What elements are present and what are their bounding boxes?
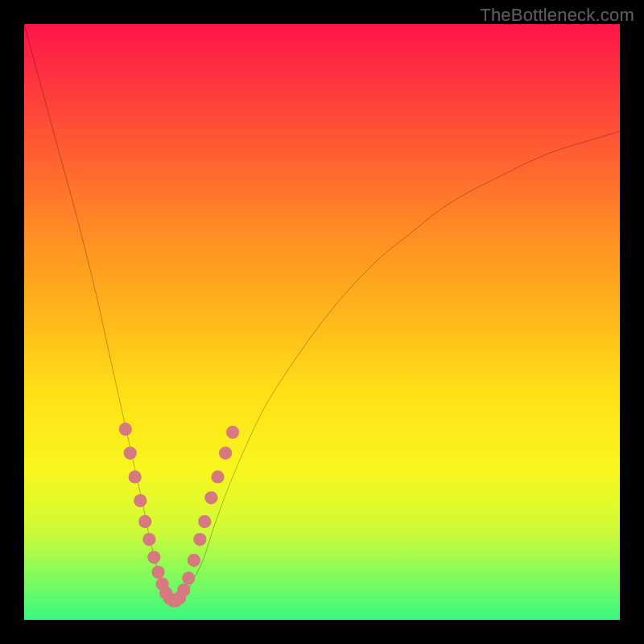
marker-dot: [219, 447, 232, 460]
marker-dot: [182, 572, 195, 584]
marker-dots: [119, 423, 239, 607]
chart-svg: [24, 24, 620, 620]
marker-dot: [119, 423, 132, 436]
marker-dot: [129, 470, 142, 483]
bottleneck-curve: [24, 24, 620, 603]
marker-dot: [138, 515, 151, 528]
marker-dot: [188, 554, 200, 567]
marker-dot: [226, 426, 239, 439]
chart-frame: TheBottleneck.com: [0, 0, 644, 644]
marker-dot: [147, 551, 160, 564]
marker-dot: [198, 515, 211, 528]
marker-dot: [193, 533, 206, 546]
marker-dot: [124, 447, 137, 460]
marker-dot: [211, 470, 224, 483]
watermark-text: TheBottleneck.com: [480, 5, 634, 26]
marker-dot: [134, 494, 147, 507]
marker-dot: [204, 491, 217, 504]
marker-dot: [177, 584, 190, 597]
plot-area: [24, 24, 620, 620]
marker-dot: [142, 533, 155, 546]
marker-dot: [151, 566, 164, 579]
